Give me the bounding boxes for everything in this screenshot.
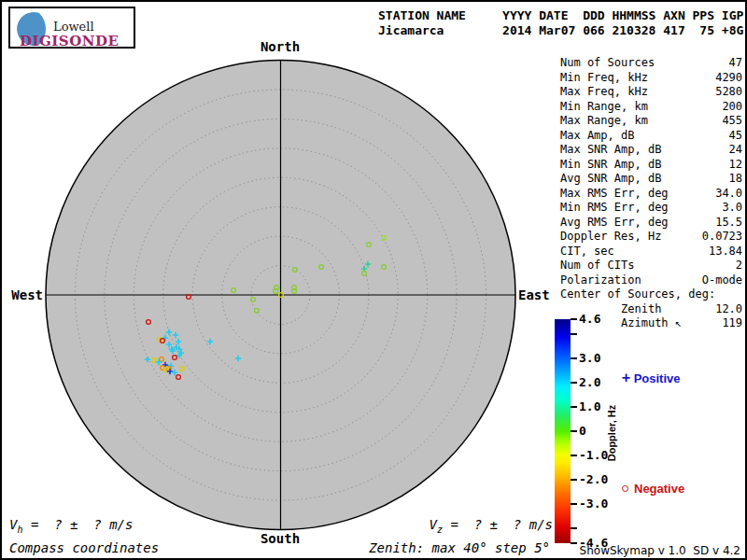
skymap-window: Lowell DIGISONDE STATION NAME YYYY DATE …	[0, 0, 747, 560]
colorbar-tick	[571, 503, 577, 505]
legend-negative-label: Negative	[634, 482, 684, 496]
colorbar-tick-label: 0	[579, 424, 586, 438]
doppler-colorbar	[555, 319, 571, 543]
colorbar-tick-label: -3.0	[579, 497, 608, 511]
measurement-stats-panel: Num of Sources 47 Min Freq, kHz 4290 Max…	[560, 56, 742, 331]
logo-lowell-text: Lowell	[53, 20, 94, 34]
vz-value: = ? ± ? m/s	[443, 517, 553, 532]
vz-symbol: V	[430, 517, 437, 532]
colorbar-tick-label: 2.0	[579, 375, 600, 389]
zenith-range-note: Zenith: max 40° step 5°	[329, 540, 550, 555]
positive-marker-icon: +	[622, 370, 630, 386]
colorbar-tick	[571, 430, 577, 432]
colorbar-tick-label: 4.6	[579, 312, 600, 326]
software-version: ShowSkymap v 1.0 SD v 4.2	[580, 544, 740, 557]
colorbar-tick	[571, 527, 577, 529]
colorbar-tick	[571, 333, 577, 335]
header-columns-row: STATION NAME YYYY DATE DDD HHMMSS AXN PP…	[378, 8, 743, 23]
station-header: STATION NAME YYYY DATE DDD HHMMSS AXN PP…	[378, 8, 743, 38]
colorbar-tick	[571, 382, 577, 384]
negative-marker-icon	[622, 485, 628, 492]
legend-positive: + Positive	[622, 370, 681, 386]
legend-negative: Negative	[622, 482, 684, 496]
colorbar-title: Doppler, Hz	[606, 396, 619, 470]
vh-velocity-readout: Vh = ? ± ? m/s	[9, 517, 133, 535]
colorbar-tick	[571, 479, 577, 481]
colorbar-tick-label: -2.0	[579, 472, 608, 486]
colorbar-tick	[571, 357, 577, 359]
vh-value: = ? ± ? m/s	[22, 517, 133, 532]
compass-label-east: East	[518, 287, 565, 302]
vz-velocity-readout: Vz = ? ± ? m/s	[375, 517, 553, 535]
colorbar-tick-label: -1.0	[579, 448, 608, 462]
colorbar-tick-label: 3.0	[579, 351, 600, 365]
header-values-row: Jicamarca 2014 Mar07 066 210328 417 75 +…	[378, 23, 743, 38]
compass-coordinates-note: Compass coordinates	[9, 540, 159, 555]
colorbar-tick	[571, 406, 577, 408]
colorbar-tick	[571, 542, 577, 544]
lowell-digisonde-logo: Lowell DIGISONDE	[8, 7, 135, 49]
compass-label-south: South	[257, 531, 303, 546]
colorbar-tick	[571, 455, 577, 456]
logo-digisonde-text: DIGISONDE	[20, 33, 119, 49]
colorbar-tick	[571, 318, 577, 320]
colorbar-tick-label: 1.0	[579, 399, 600, 413]
compass-label-north: North	[257, 39, 303, 54]
compass-label-west: West	[4, 287, 43, 302]
legend-positive-label: Positive	[634, 371, 681, 385]
